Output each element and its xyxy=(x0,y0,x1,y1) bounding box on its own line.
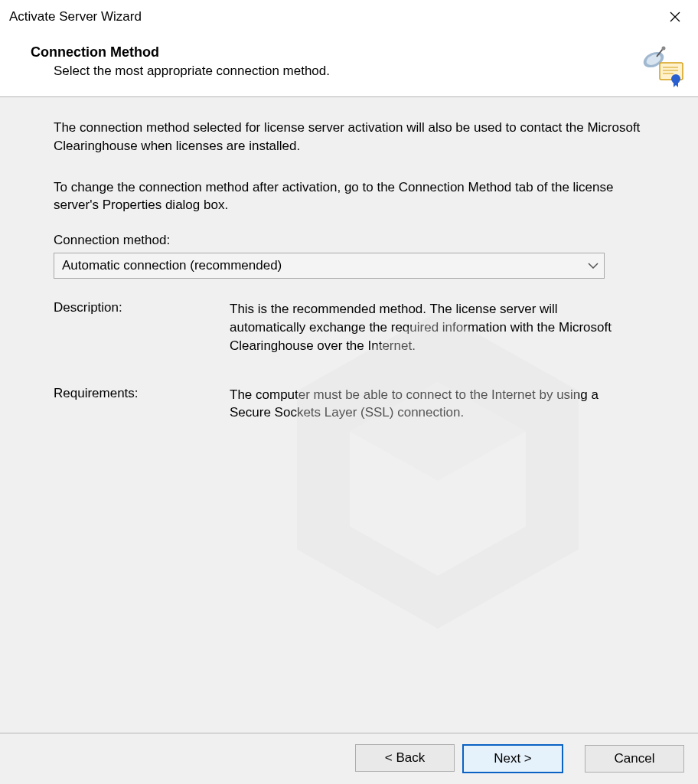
close-icon xyxy=(670,11,680,22)
requirements-label: Requirements: xyxy=(54,386,230,423)
satellite-certificate-icon xyxy=(640,44,684,89)
header-text: Connection Method Select the most approp… xyxy=(31,44,640,79)
wizard-window: Activate Server Wizard Connection Method… xyxy=(0,0,698,784)
requirements-row: Requirements: The computer must be able … xyxy=(54,386,652,423)
wizard-content: The connection method selected for licen… xyxy=(0,97,698,733)
window-title: Activate Server Wizard xyxy=(9,9,142,24)
page-title: Connection Method xyxy=(31,44,640,60)
wizard-icon xyxy=(640,44,684,89)
description-label: Description: xyxy=(54,300,230,354)
nav-button-group: < Back Next > xyxy=(355,744,563,773)
svg-point-10 xyxy=(671,74,680,83)
back-button[interactable]: < Back xyxy=(355,744,455,772)
connection-method-select-wrap: Automatic connection (recommended) xyxy=(54,253,605,279)
titlebar: Activate Server Wizard xyxy=(0,0,698,34)
close-button[interactable] xyxy=(660,5,690,28)
description-value: This is the recommended method. The lice… xyxy=(230,300,652,354)
requirements-value: The computer must be able to connect to … xyxy=(230,386,652,423)
next-button[interactable]: Next > xyxy=(462,744,563,773)
intro-text-2: To change the connection method after ac… xyxy=(54,178,652,215)
svg-point-5 xyxy=(662,47,666,51)
connection-method-label: Connection method: xyxy=(54,233,652,248)
intro-text-1: The connection method selected for licen… xyxy=(54,119,652,155)
connection-method-value: Automatic connection (recommended) xyxy=(62,258,282,273)
description-row: Description: This is the recommended met… xyxy=(54,300,652,354)
wizard-footer: < Back Next > Cancel xyxy=(0,733,698,784)
wizard-header: Connection Method Select the most approp… xyxy=(0,34,698,97)
cancel-button[interactable]: Cancel xyxy=(585,745,684,773)
page-subtitle: Select the most appropriate connection m… xyxy=(31,64,640,79)
connection-method-select[interactable]: Automatic connection (recommended) xyxy=(54,253,605,279)
